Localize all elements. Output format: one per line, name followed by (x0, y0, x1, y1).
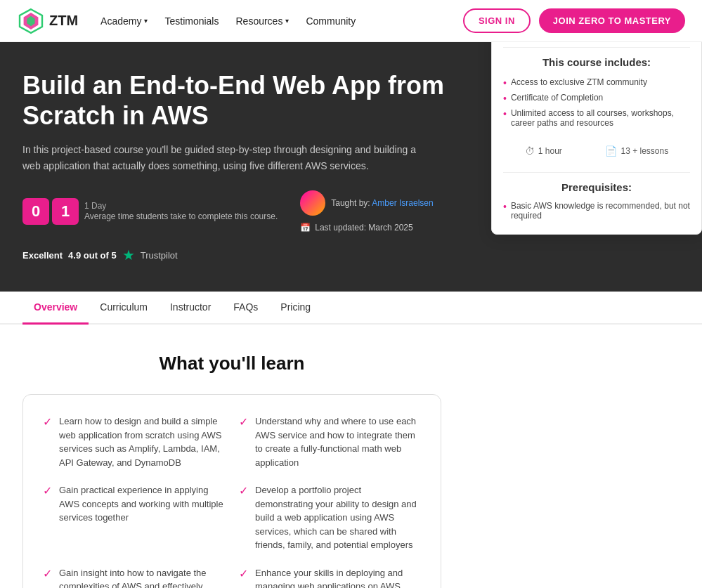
learn-text: Learn how to design and build a simple w… (59, 414, 225, 469)
rating-excellent: Excellent (22, 250, 63, 261)
includes-list: • Access to exclusive ZTM community • Ce… (503, 75, 690, 130)
learn-item: ✓ Understand why and where to use each A… (239, 414, 421, 469)
prereq-item-0: Basic AWS knowledge is recommended, but … (511, 201, 690, 221)
learn-item: ✓ Gain practical experience in applying … (43, 483, 225, 552)
tab-overview[interactable]: Overview (22, 292, 89, 325)
includes-title: This course includes: (503, 56, 690, 68)
learn-item: ✓ Develop a portfolio project demonstrat… (239, 483, 421, 552)
star-icon: ★ (122, 247, 135, 263)
time-label-block: 1 Day Average time students take to comp… (84, 201, 278, 223)
check-icon: ✓ (43, 567, 52, 580)
hero-rating: Excellent 4.9 out of 5 ★ Trustpilot (22, 247, 455, 263)
trustpilot-label: Trustpilot (141, 250, 178, 261)
join-button[interactable]: JOIN ZERO TO MASTERY (539, 8, 685, 33)
list-item: • Basic AWS knowledge is recommended, bu… (503, 199, 690, 223)
hero-title: Build an End-to-End Web App from Scratch… (22, 70, 455, 131)
nav-resources[interactable]: Resources ▾ (235, 15, 289, 27)
bullet-icon: • (503, 77, 507, 89)
main-content: What you'll learn ✓ Learn how to design … (0, 325, 464, 588)
check-icon: ✓ (43, 415, 52, 429)
clock-icon: ⏱ (525, 145, 535, 157)
stat-lessons: 📄 13 + lessons (605, 145, 668, 157)
learn-item: ✓ Enhance your skills in deploying and m… (239, 566, 421, 588)
learn-text: Enhance your skills in deploying and man… (255, 566, 421, 588)
includes-item-2: Unlimited access to all courses, worksho… (511, 108, 690, 128)
avatar (300, 190, 325, 216)
hero-description: In this project-based course you'll be g… (22, 142, 430, 174)
signin-button[interactable]: SIGN IN (463, 8, 531, 33)
prereq-title: Prerequisites: (503, 181, 690, 193)
learn-card: ✓ Learn how to design and build a simple… (22, 394, 441, 588)
stat-time: ⏱ 1 hour (525, 145, 562, 157)
time-unit: 1 Day (84, 201, 278, 211)
bullet-icon: • (503, 108, 507, 119)
bullet-icon: • (503, 201, 507, 212)
instructor-info: Taught by: Amber Israelsen (331, 198, 433, 208)
tab-instructor[interactable]: Instructor (159, 292, 222, 325)
hero-left: Build an End-to-End Web App from Scratch… (22, 70, 455, 263)
nav-links: Academy ▾ Testimonials Resources ▾ Commu… (100, 15, 463, 27)
instructor-row: Taught by: Amber Israelsen (300, 190, 433, 216)
chevron-down-icon: ▾ (285, 17, 289, 25)
learn-text: Understand why and where to use each AWS… (255, 414, 421, 469)
tabs-nav: Overview Curriculum Instructor FAQs Pric… (0, 292, 702, 325)
rating-score: 4.9 out of 5 (68, 250, 117, 261)
learn-text: Gain practical experience in applying AW… (59, 483, 225, 525)
divider (503, 172, 690, 173)
time-sublabel: Average time students take to complete t… (84, 211, 278, 223)
check-icon: ✓ (239, 415, 248, 429)
last-updated: 📅 Last updated: March 2025 (300, 223, 433, 233)
lessons-icon: 📄 (605, 145, 617, 157)
instructor-link[interactable]: Amber Israelsen (372, 198, 433, 208)
list-item: • Certificate of Completion (503, 91, 690, 106)
hero-meta: 0 1 1 Day Average time students take to … (22, 190, 455, 233)
list-item: • Unlimited access to all courses, works… (503, 106, 690, 130)
time-hours-box: 0 (22, 198, 49, 225)
nav-community[interactable]: Community (306, 15, 356, 27)
divider (503, 47, 690, 48)
calendar-icon: 📅 (300, 223, 311, 233)
stat-lessons-label: 13 + lessons (620, 146, 668, 156)
sidebar-stats: ⏱ 1 hour 📄 13 + lessons (503, 138, 690, 164)
hero-time: 0 1 1 Day Average time students take to … (22, 198, 278, 225)
learn-item: ✓ Gain insight into how to navigate the … (43, 566, 225, 588)
learn-text: Gain insight into how to navigate the co… (59, 566, 225, 588)
bullet-icon: • (503, 93, 507, 104)
nav-testimonials[interactable]: Testimonials (164, 15, 219, 27)
check-icon: ✓ (239, 484, 248, 497)
instructor-label: Taught by: (331, 198, 370, 208)
hero-instructor-block: Taught by: Amber Israelsen 📅 Last update… (300, 190, 433, 233)
time-minutes-box: 1 (52, 198, 79, 225)
check-icon: ✓ (239, 567, 248, 580)
tab-curriculum[interactable]: Curriculum (89, 292, 159, 325)
learn-text: Develop a portfolio project demonstratin… (255, 483, 421, 552)
nav-actions: SIGN IN JOIN ZERO TO MASTERY (463, 8, 685, 33)
check-icon: ✓ (43, 484, 52, 497)
prereq-list: • Basic AWS knowledge is recommended, bu… (503, 199, 690, 223)
list-item: • Access to exclusive ZTM community (503, 75, 690, 91)
tab-faqs[interactable]: FAQs (222, 292, 269, 325)
learn-section-title: What you'll learn (22, 353, 441, 374)
nav-academy[interactable]: Academy ▾ (100, 15, 148, 27)
tab-pricing[interactable]: Pricing (269, 292, 322, 325)
time-boxes: 0 1 (22, 198, 79, 225)
chevron-down-icon: ▾ (144, 17, 148, 25)
brand-name: ZTM (49, 13, 78, 29)
navbar: ZTM Academy ▾ Testimonials Resources ▾ C… (0, 0, 702, 42)
learn-item: ✓ Learn how to design and build a simple… (43, 414, 225, 469)
includes-item-1: Certificate of Completion (511, 93, 603, 103)
includes-item-0: Access to exclusive ZTM community (511, 77, 647, 87)
logo[interactable]: ZTM (17, 7, 78, 35)
stat-time-label: 1 hour (538, 146, 562, 156)
